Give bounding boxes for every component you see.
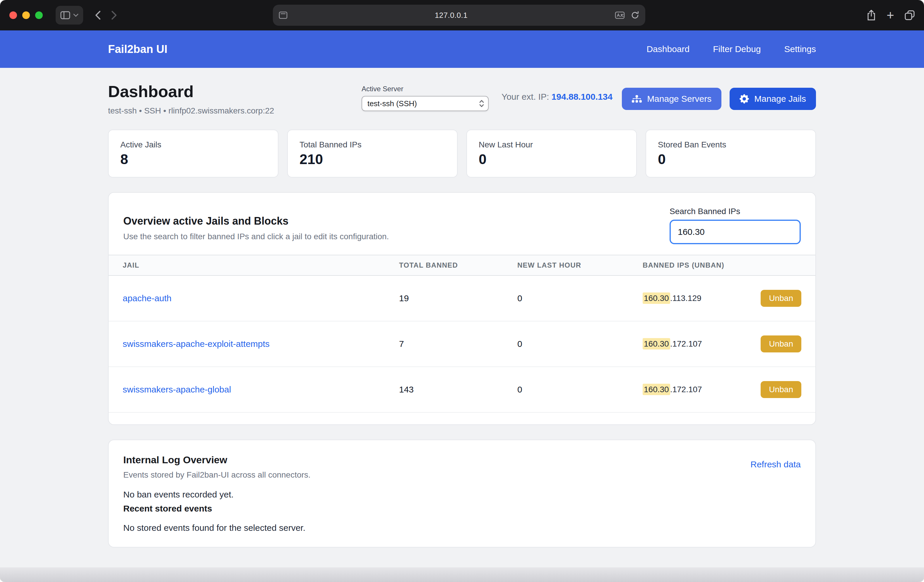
tabs-icon — [905, 10, 915, 20]
traffic-lights — [9, 12, 43, 19]
stat-value: 210 — [300, 151, 446, 167]
new-tab-button[interactable]: + — [886, 6, 894, 25]
jail-link[interactable]: swissmakers-apache-global — [123, 385, 231, 394]
total-banned-cell: 143 — [385, 367, 503, 413]
plus-icon: + — [886, 9, 894, 21]
header-banned-ips: BANNED IPS (UNBAN) — [629, 255, 815, 276]
active-server-select[interactable]: test-ssh (SSH) — [361, 96, 488, 111]
jails-table: JAIL TOTAL BANNED NEW LAST HOUR BANNED I… — [109, 255, 815, 413]
chevron-down-icon — [73, 13, 78, 17]
header-new-last-hour: NEW LAST HOUR — [503, 255, 629, 276]
page-content: Dashboard test-ssh • SSH • rlinfp02.swis… — [0, 68, 924, 582]
browser-chrome: 127.0.0.1 + — [0, 0, 924, 30]
reload-button[interactable] — [630, 11, 639, 20]
overview-title: Overview active Jails and Blocks — [123, 215, 389, 227]
recent-stored-events-title: Recent stored events — [123, 504, 801, 514]
forward-button[interactable] — [111, 6, 117, 25]
nav-link-dashboard[interactable]: Dashboard — [647, 44, 690, 54]
share-button[interactable] — [866, 6, 876, 25]
brand-logo[interactable]: Fail2ban UI — [108, 43, 167, 56]
jail-link[interactable]: swissmakers-apache-exploit-attempts — [123, 339, 270, 349]
stat-value: 0 — [658, 151, 804, 167]
unban-button[interactable]: Unban — [761, 290, 801, 307]
page-format-icon[interactable] — [279, 12, 287, 19]
ip-search-highlight: 160.30 — [643, 384, 670, 395]
stat-card-stored-ban-events: Stored Ban Events 0 — [645, 130, 816, 178]
internal-log-card: Internal Log Overview Events stored by F… — [108, 440, 816, 547]
stat-value: 8 — [120, 151, 266, 167]
total-banned-cell: 7 — [385, 321, 503, 367]
back-button[interactable] — [95, 6, 101, 25]
stat-label: Active Jails — [120, 140, 266, 150]
chevron-right-icon — [111, 10, 117, 20]
zoom-window-button[interactable] — [35, 12, 43, 19]
manage-servers-button[interactable]: Manage Servers — [622, 88, 721, 110]
stat-value: 0 — [478, 151, 624, 167]
sidebar-toggle-button[interactable] — [56, 6, 83, 25]
page-subtitle: test-ssh • SSH • rlinfp02.swissmakers.co… — [108, 106, 353, 115]
header-jail: JAIL — [109, 255, 385, 276]
nav-link-filter-debug[interactable]: Filter Debug — [713, 44, 761, 54]
share-icon — [866, 10, 876, 21]
overview-card: Overview active Jails and Blocks Use the… — [108, 192, 816, 425]
active-server-label: Active Server — [361, 85, 488, 93]
banned-ip: 160.30.172.107 — [643, 385, 702, 394]
nav-link-settings[interactable]: Settings — [784, 44, 816, 54]
table-row: apache-auth 19 0 160.30.113.129 Unban — [109, 276, 815, 321]
banned-ip: 160.30.113.129 — [643, 294, 701, 303]
stat-label: Total Banned IPs — [300, 140, 446, 150]
new-last-hour-cell: 0 — [503, 367, 629, 413]
header-total-banned: TOTAL BANNED — [385, 255, 503, 276]
app-navbar: Fail2ban UI Dashboard Filter Debug Setti… — [0, 30, 924, 68]
jail-link[interactable]: apache-auth — [123, 293, 172, 303]
manage-servers-label: Manage Servers — [647, 94, 711, 104]
window-bottom-edge — [0, 567, 924, 582]
table-row: swissmakers-apache-exploit-attempts 7 0 … — [109, 321, 815, 367]
table-header-row: JAIL TOTAL BANNED NEW LAST HOUR BANNED I… — [109, 255, 815, 276]
search-banned-ips-input[interactable] — [670, 220, 801, 244]
select-arrows-icon — [478, 99, 485, 108]
ip-rest: .172.107 — [670, 339, 702, 349]
banned-ip: 160.30.172.107 — [643, 339, 702, 349]
stat-card-total-banned: Total Banned IPs 210 — [287, 130, 458, 178]
gear-icon — [739, 94, 749, 104]
active-server-value: test-ssh (SSH) — [368, 99, 478, 108]
log-subtitle: Events stored by Fail2ban-UI across all … — [123, 470, 311, 480]
page-header: Dashboard test-ssh • SSH • rlinfp02.swis… — [108, 82, 816, 115]
page-title: Dashboard — [108, 82, 353, 101]
sidebar-icon — [60, 11, 70, 20]
ip-rest: .172.107 — [670, 385, 702, 394]
new-last-hour-cell: 0 — [503, 321, 629, 367]
unban-button[interactable]: Unban — [761, 335, 801, 352]
nav-links: Dashboard Filter Debug Settings — [647, 44, 816, 54]
external-ip: Your ext. IP: 194.88.100.134 — [502, 92, 612, 102]
log-title: Internal Log Overview — [123, 454, 311, 465]
ip-rest: .113.129 — [670, 294, 701, 303]
stat-cards: Active Jails 8 Total Banned IPs 210 New … — [108, 130, 816, 178]
log-empty-text: No ban events recorded yet. — [123, 490, 801, 500]
overview-subtitle: Use the search to filter banned IPs and … — [123, 232, 389, 241]
unban-button[interactable]: Unban — [761, 381, 801, 398]
total-banned-cell: 19 — [385, 276, 503, 321]
stat-label: New Last Hour — [478, 140, 624, 150]
minimize-window-button[interactable] — [22, 12, 30, 19]
chevron-left-icon — [95, 10, 101, 20]
ip-search-highlight: 160.30 — [643, 293, 670, 304]
url-text: 127.0.0.1 — [287, 11, 615, 20]
external-ip-label: Your ext. IP: — [502, 92, 551, 102]
servers-diagram-icon — [632, 94, 642, 104]
recent-stored-events-empty: No stored events found for the selected … — [123, 523, 801, 533]
browser-window: 127.0.0.1 + — [0, 0, 924, 582]
refresh-data-link[interactable]: Refresh data — [751, 459, 801, 469]
close-window-button[interactable] — [9, 12, 17, 19]
address-bar[interactable]: 127.0.0.1 — [273, 5, 645, 26]
manage-jails-button[interactable]: Manage Jails — [729, 88, 816, 110]
external-ip-value: 194.88.100.134 — [551, 92, 613, 102]
extension-icon[interactable] — [615, 12, 625, 19]
new-last-hour-cell: 0 — [503, 276, 629, 321]
search-banned-ips-label: Search Banned IPs — [670, 207, 801, 216]
stat-card-new-last-hour: New Last Hour 0 — [466, 130, 637, 178]
manage-jails-label: Manage Jails — [754, 94, 806, 104]
table-row: swissmakers-apache-global 143 0 160.30.1… — [109, 367, 815, 413]
tab-overview-button[interactable] — [905, 6, 915, 25]
